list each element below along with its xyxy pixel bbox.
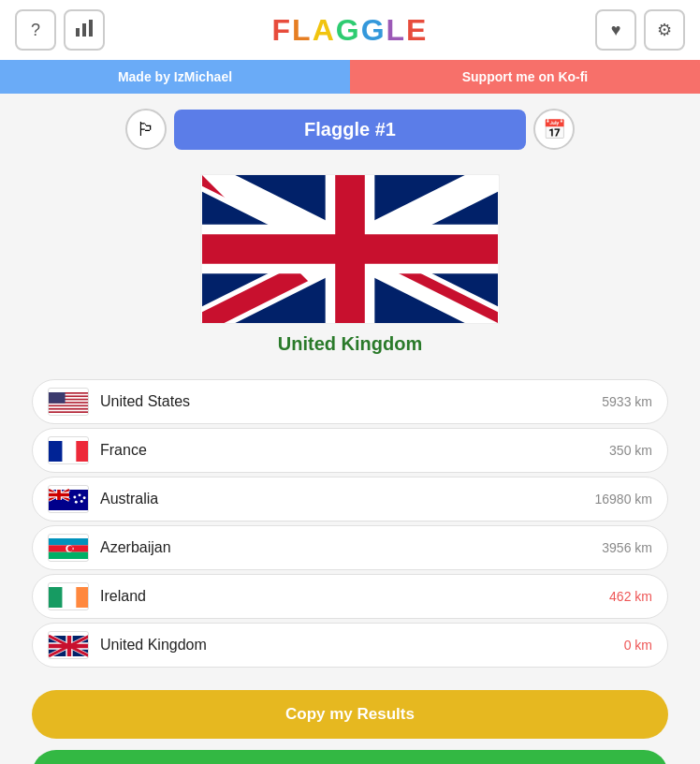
title-letter-G1: G [336, 13, 361, 48]
svg-rect-23 [49, 552, 89, 559]
flag-image [200, 174, 500, 324]
guess-distance: 3956 km [602, 540, 652, 555]
guess-distance: 0 km [624, 638, 652, 653]
svg-rect-9 [49, 406, 89, 408]
heart-button[interactable]: ♥ [595, 9, 636, 51]
title-letter-L1: L [292, 13, 313, 48]
guess-distance: 462 km [609, 589, 652, 604]
banners: Made by IzMichael Support me on Ko-fi [0, 60, 700, 94]
guess-row: United States 5933 km [32, 379, 668, 424]
header-left-buttons: ? [15, 9, 105, 51]
guess-country-name: Ireland [100, 588, 602, 605]
svg-rect-27 [49, 587, 63, 608]
header: ? F L A G G L E ♥ ⚙ [0, 0, 700, 60]
copy-results-button[interactable]: Copy my Results [32, 690, 668, 739]
stats-button[interactable] [64, 9, 105, 51]
guess-row: United Kingdom 0 km [32, 623, 668, 668]
svg-rect-28 [63, 587, 77, 608]
svg-rect-8 [49, 404, 89, 405]
heart-icon: ♥ [611, 21, 621, 40]
guess-row: Australia 16980 km [32, 477, 668, 522]
svg-rect-13 [63, 441, 77, 462]
svg-rect-12 [49, 441, 63, 462]
guess-distance: 350 km [609, 443, 652, 458]
made-by-banner[interactable]: Made by IzMichael [0, 60, 350, 94]
game-title-bar: 🏳 Flaggle #1 📅 [125, 109, 575, 150]
guess-flag-au [48, 485, 89, 513]
svg-point-17 [83, 496, 86, 499]
svg-rect-1 [82, 23, 86, 37]
flag-icon: 🏳 [137, 119, 155, 140]
guess-flag-uk [48, 631, 89, 659]
svg-rect-29 [76, 587, 89, 608]
guess-row: Azerbaijan 3956 km [32, 525, 668, 570]
flag-icon-button[interactable]: 🏳 [125, 109, 167, 150]
guess-country-name: France [100, 442, 602, 459]
game-title-label: Flaggle #1 [174, 110, 526, 150]
header-right-buttons: ♥ ⚙ [595, 9, 685, 51]
title-letter-F: F [272, 13, 293, 48]
guess-flag-ie [48, 582, 89, 610]
flag-display: United Kingdom [200, 174, 500, 355]
guess-country-name: United Kingdom [100, 637, 617, 654]
title-letter-E: E [406, 13, 428, 48]
title-letter-L2: L [386, 13, 407, 48]
guess-row: France 350 km [32, 428, 668, 473]
svg-rect-2 [89, 20, 93, 37]
svg-rect-14 [76, 441, 89, 462]
guess-country-name: Australia [100, 491, 588, 507]
calendar-icon: 📅 [543, 118, 566, 140]
svg-rect-11 [49, 392, 66, 404]
guess-row: Ireland 462 km [32, 574, 668, 619]
guess-flag-fr [48, 436, 89, 464]
guess-list: United States 5933 km France 350 km [32, 379, 668, 668]
guess-flag-us [48, 388, 89, 416]
stats-icon [75, 19, 94, 42]
guess-distance: 5933 km [602, 394, 652, 409]
svg-point-18 [80, 500, 83, 503]
guess-flag-az [48, 534, 89, 562]
guess-distance: 16980 km [595, 492, 652, 507]
gear-icon: ⚙ [657, 20, 672, 40]
svg-rect-0 [76, 28, 80, 37]
settings-button[interactable]: ⚙ [644, 9, 685, 51]
won-message-button[interactable]: You Won! Come back in 05:08:58. [32, 750, 668, 764]
title-letter-A: A [313, 13, 336, 48]
guess-country-name: United States [100, 393, 594, 410]
answer-country-name: United Kingdom [200, 333, 500, 355]
app-title: F L A G G L E [272, 13, 429, 48]
svg-point-19 [75, 501, 78, 504]
svg-rect-21 [49, 538, 89, 545]
svg-point-20 [73, 496, 76, 499]
guess-country-name: Azerbaijan [100, 539, 594, 556]
ko-fi-banner[interactable]: Support me on Ko-fi [350, 60, 700, 94]
help-button[interactable]: ? [15, 9, 56, 51]
question-icon: ? [31, 21, 40, 40]
title-letter-G2: G [361, 13, 386, 48]
calendar-icon-button[interactable]: 📅 [533, 109, 575, 150]
svg-point-16 [79, 493, 81, 496]
svg-rect-10 [49, 410, 89, 412]
